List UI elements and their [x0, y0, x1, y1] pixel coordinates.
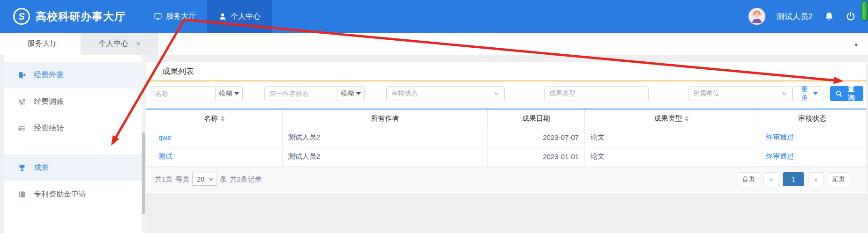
results-panel: 成果列表 模糊 模糊 审核状 — [146, 62, 866, 193]
last-page-button[interactable]: 尾页 — [828, 172, 849, 186]
search-button[interactable]: 查询 — [830, 86, 863, 101]
next-page-button[interactable]: » — [808, 172, 824, 186]
sliders-icon — [18, 98, 26, 106]
cell-date: 2023-07-07 — [487, 128, 584, 147]
column-header-type[interactable]: 成果类型 — [584, 109, 758, 128]
sidebar-item-label: 专利资助金申请 — [34, 189, 86, 199]
audit-status-select[interactable]: 审核状态 — [386, 86, 505, 101]
chevron-down-icon — [234, 92, 239, 95]
chevron-down-icon — [208, 176, 214, 182]
sidebar-item-label: 经费外拨 — [34, 70, 64, 80]
cell-authors: 测试人员2 — [282, 147, 487, 166]
column-label: 名称 — [204, 114, 218, 122]
tab-service-hall[interactable]: 服务大厅 — [4, 33, 81, 55]
cell-authors: 测试人员2 — [282, 128, 487, 147]
book-icon — [18, 190, 26, 199]
content-area: 经费外拨 经费调账 经费结转 成果 专利资助金申请 — [0, 55, 868, 233]
tab-label: 服务大厅 — [28, 39, 58, 49]
sidebar-item-patent-grant[interactable]: 专利资助金申请 — [4, 181, 142, 208]
sidebar-item-label: 经费调账 — [34, 97, 64, 107]
logo-letter: S — [18, 11, 24, 22]
page-size-select[interactable]: 20 — [192, 173, 217, 186]
pagination-bar: 共1页 每页 20 条 共2条记录 首页 « 1 » 尾页 — [146, 167, 866, 192]
nav-item-label: 个人中心 — [231, 12, 261, 22]
sidebar-item-achievements[interactable]: 成果 — [4, 154, 142, 181]
tab-personal-center[interactable]: 个人中心 × — [81, 33, 158, 55]
page-number-button[interactable]: 1 — [783, 172, 804, 186]
app-window: S 高校科研办事大厅 服务大厅 个人中心 测试人员2 — [0, 0, 868, 233]
per-page-prefix: 每页 — [175, 175, 189, 184]
sidebar-item-label: 成果 — [34, 163, 49, 173]
result-type-select[interactable]: 成果类型 — [544, 86, 649, 101]
cell-type: 论文 — [584, 147, 758, 166]
monitor-icon — [154, 12, 162, 21]
column-header-name[interactable]: 名称 — [146, 109, 282, 128]
tab-strip: 服务大厅 个人中心 × ▼ — [0, 33, 868, 55]
search-label: 查询 — [844, 85, 858, 102]
result-name-link[interactable]: qwe — [158, 133, 172, 141]
cell-name: qwe — [146, 128, 282, 147]
filter-toolbar: 模糊 模糊 审核状态 成果类型 — [146, 81, 866, 101]
chevron-down-icon — [493, 90, 500, 97]
sidebar-item-funds-carryover[interactable]: 经费结转 — [4, 115, 142, 142]
prev-page-button[interactable]: « — [763, 172, 779, 186]
result-name-link[interactable]: 测试 — [158, 152, 172, 160]
sort-icon[interactable] — [685, 116, 688, 122]
cell-name: 测试 — [146, 147, 282, 166]
bell-icon[interactable] — [824, 11, 834, 22]
table-row: 测试 测试人员2 2023-01-01 论文 终审通过 — [146, 147, 866, 166]
nav-item-service-hall[interactable]: 服务大厅 — [142, 0, 207, 33]
author-filter-group: 模糊 — [264, 86, 365, 101]
door-exit-icon — [18, 71, 26, 80]
column-label: 成果日期 — [522, 114, 550, 122]
status-link[interactable]: 终审通过 — [766, 133, 794, 141]
close-icon[interactable]: × — [136, 40, 140, 48]
panel-title: 成果列表 — [146, 62, 866, 81]
app-title: 高校科研办事大厅 — [36, 9, 126, 24]
column-header-date: 成果日期 — [487, 109, 584, 128]
cell-type: 论文 — [584, 128, 758, 147]
status-link[interactable]: 终审通过 — [766, 152, 794, 160]
top-navbar: S 高校科研办事大厅 服务大厅 个人中心 测试人员2 — [0, 0, 868, 33]
user-avatar[interactable] — [748, 8, 765, 25]
sidebar-divider — [18, 148, 127, 148]
name-fuzzy-dropdown[interactable]: 模糊 — [216, 86, 243, 101]
pagination-summary: 共1页 每页 20 条 共2条记录 — [155, 173, 262, 186]
sidebar-menu: 经费外拨 经费调账 经费结转 成果 专利资助金申请 — [4, 55, 142, 233]
nav-item-personal-center[interactable]: 个人中心 — [207, 0, 272, 33]
sidebar-scrollbar-thumb[interactable] — [142, 132, 145, 214]
sort-icon[interactable] — [221, 116, 224, 122]
table-row: qwe 测试人员2 2023-07-07 论文 终审通过 — [146, 128, 866, 147]
page-size-value: 20 — [197, 175, 204, 183]
main-nav: 服务大厅 个人中心 — [142, 0, 272, 33]
sidebar-item-funds-outbound[interactable]: 经费外拨 — [4, 62, 142, 88]
tab-overflow-caret-icon[interactable]: ▼ — [853, 42, 859, 48]
author-fuzzy-dropdown[interactable]: 模糊 — [337, 86, 365, 101]
column-label: 审核状态 — [798, 114, 826, 122]
name-filter-input[interactable] — [150, 86, 216, 101]
avatar-image — [748, 8, 765, 25]
chevron-down-icon — [781, 90, 787, 97]
sidebar-item-funds-adjustment[interactable]: 经费调账 — [4, 88, 142, 115]
power-icon[interactable] — [846, 11, 856, 22]
select-placeholder: 所属单位 — [693, 89, 719, 98]
first-page-button[interactable]: 首页 — [738, 172, 759, 186]
page-scrollbar-thumb[interactable] — [861, 0, 868, 21]
first-author-filter-input[interactable] — [264, 86, 337, 101]
navbar-right-cluster: 测试人员2 — [748, 8, 856, 25]
total-records: 共2条记录 — [230, 175, 262, 184]
user-name[interactable]: 测试人员2 — [777, 11, 813, 22]
list-icon — [18, 124, 26, 133]
column-label: 所有作者 — [371, 114, 399, 122]
user-icon — [218, 12, 227, 21]
chevron-down-icon — [813, 92, 818, 95]
fuzzy-label: 模糊 — [219, 89, 232, 98]
per-page-suffix: 条 — [220, 175, 227, 184]
total-pages: 共1页 — [155, 175, 172, 184]
more-filters-button[interactable]: 更多 — [793, 86, 824, 101]
pagination-controls: 首页 « 1 » 尾页 — [738, 172, 849, 186]
table-header-row: 名称 所有作者 成果日期 成果类型 审核状态 — [146, 109, 866, 128]
select-placeholder: 审核状态 — [391, 89, 418, 98]
sidebar-divider — [18, 214, 127, 214]
unit-select[interactable]: 所属单位 — [688, 86, 793, 101]
